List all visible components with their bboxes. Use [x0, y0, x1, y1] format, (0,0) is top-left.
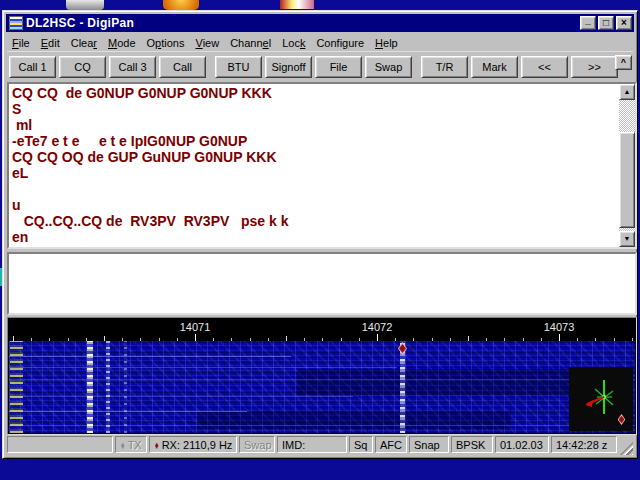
waterfall-dark-patch	[297, 369, 585, 395]
waterfall-dark-patch	[197, 411, 510, 429]
close-button[interactable]: ×	[616, 16, 632, 30]
toolbar-button-swap[interactable]: Swap	[365, 56, 412, 78]
rx-line: u	[12, 197, 616, 213]
menu-item-lock[interactable]: Lock	[277, 35, 311, 51]
rx-scrollbar[interactable]: ▲ ▼	[619, 84, 635, 247]
status-tx-button[interactable]: ♦ TX	[115, 436, 147, 453]
freq-label: 14073	[544, 321, 575, 333]
tx-indicator-icon: ♦	[121, 440, 125, 450]
macro-toolbar: Call 1 CQ Call 3 Call BTU Signoff File S…	[7, 51, 633, 81]
status-imd-readout: IMD:	[277, 436, 347, 453]
menu-item-options[interactable]: Options	[142, 35, 191, 51]
toolbar-button-call3[interactable]: Call 3	[109, 56, 156, 78]
frequency-scale: 14071 14072 14073	[9, 319, 635, 341]
toolbar-button-call1[interactable]: Call 1	[9, 56, 56, 78]
menu-bar: File Edit Clear Mode Options View Channe…	[7, 34, 633, 51]
signal-trace[interactable]	[124, 341, 127, 433]
freq-label: 14071	[180, 321, 211, 333]
rx-scrollbar-thumb[interactable]	[619, 132, 635, 228]
rx-line: ml	[12, 117, 616, 133]
status-swap-button[interactable]: Swap	[239, 436, 275, 453]
phase-scope	[569, 367, 633, 431]
rx-pane[interactable]: CQ CQ de G0NUP G0NUP G0NUP KKK S ml -eTe…	[7, 82, 637, 249]
major-tick	[195, 334, 196, 341]
signal-trace[interactable]	[10, 341, 23, 433]
desktop-icon-fragment	[280, 0, 314, 9]
resize-grip[interactable]	[620, 442, 633, 455]
status-snap-toggle[interactable]: Snap	[409, 436, 449, 453]
rx-line: CQ..CQ..CQ de RV3PV RV3PV pse k k	[12, 213, 616, 229]
desktop-background: DL2HSC - DigiPan _ □ × File Edit Clear M…	[0, 0, 640, 480]
toolbar-button-file[interactable]: File	[315, 56, 362, 78]
rx-indicator-icon: ♦	[155, 440, 159, 450]
noise-streak	[9, 367, 397, 368]
freq-label: 14072	[362, 321, 393, 333]
signal-trace[interactable]	[106, 341, 110, 433]
minimize-button[interactable]: _	[580, 16, 596, 30]
scroll-up-icon[interactable]: ▲	[619, 84, 635, 100]
toolbar-button-prev[interactable]: <<	[521, 56, 568, 78]
app-window: DL2HSC - DigiPan _ □ × File Edit Clear M…	[2, 10, 638, 459]
menu-item-view[interactable]: View	[190, 35, 225, 51]
toolbar-button-mark[interactable]: Mark	[471, 56, 518, 78]
major-tick	[559, 334, 560, 341]
status-mode-indicator[interactable]: BPSK	[451, 436, 493, 453]
noise-streak	[9, 356, 291, 357]
menu-item-edit[interactable]: Edit	[36, 35, 66, 51]
title-bar[interactable]: DL2HSC - DigiPan _ □ ×	[6, 14, 634, 32]
status-spacer	[7, 436, 113, 453]
major-tick	[377, 334, 378, 341]
signal-trace[interactable]	[87, 341, 93, 433]
menu-item-configure[interactable]: Configure	[311, 35, 370, 51]
toolbar-button-call[interactable]: Call	[159, 56, 206, 78]
waterfall-display[interactable]	[9, 341, 635, 433]
status-afc-toggle[interactable]: AFC	[375, 436, 407, 453]
noise-streak	[9, 411, 247, 412]
desktop-icon-fragment	[163, 0, 199, 10]
status-rx-label: RX: 2110,9 Hz	[162, 439, 233, 451]
menu-item-channel[interactable]: Channel	[225, 35, 277, 51]
digipan-app-icon[interactable]	[9, 16, 23, 30]
rx-line: CQ CQ OQ de GUP GuNUP G0NUP KKK	[12, 149, 616, 165]
rx-line: S	[12, 101, 616, 117]
toolbar-button-tr[interactable]: T/R	[421, 56, 468, 78]
waterfall-panel: 14071 14072 14073	[7, 317, 637, 435]
menu-item-help[interactable]: Help	[370, 35, 404, 51]
desktop-icon-fragment	[66, 0, 104, 10]
toolbar-overflow-button[interactable]: ^	[615, 55, 632, 70]
menu-item-file[interactable]: File	[7, 35, 36, 51]
scroll-down-icon[interactable]: ▼	[619, 231, 635, 247]
status-tx-label: TX	[128, 439, 142, 451]
status-squelch-toggle[interactable]: Sq	[349, 436, 373, 453]
toolbar-button-cq[interactable]: CQ	[59, 56, 106, 78]
rx-line: en	[12, 229, 616, 245]
status-time: 14:42:28 z	[551, 436, 617, 453]
rx-line	[12, 181, 616, 197]
tx-pane[interactable]	[7, 252, 637, 315]
toolbar-button-signoff[interactable]: Signoff	[265, 56, 312, 78]
status-bar: ♦ TX ♦ RX: 2110,9 Hz Swap IMD: Sq AFC Sn…	[7, 434, 633, 455]
status-date: 01.02.03	[495, 436, 549, 453]
menu-item-clear[interactable]: Clear	[66, 35, 103, 51]
rx-line: eL	[12, 165, 616, 181]
status-rx-readout[interactable]: ♦ RX: 2110,9 Hz	[149, 436, 237, 453]
toolbar-button-next[interactable]: >>	[571, 56, 618, 78]
maximize-button[interactable]: □	[598, 16, 614, 30]
window-title: DL2HSC - DigiPan	[26, 16, 578, 30]
noise-streak	[9, 379, 635, 380]
toolbar-button-btu[interactable]: BTU	[215, 56, 262, 78]
rx-line: CQ CQ de G0NUP G0NUP G0NUP KKK	[12, 85, 616, 101]
rx-text: CQ CQ de G0NUP G0NUP G0NUP KKK S ml -eTe…	[12, 85, 616, 246]
noise-streak	[9, 396, 353, 397]
menu-item-mode[interactable]: Mode	[103, 35, 142, 51]
noise-streak	[9, 425, 635, 426]
rx-line: -eTe7 e t e e t e IpIG0NUP G0NUP	[12, 133, 616, 149]
